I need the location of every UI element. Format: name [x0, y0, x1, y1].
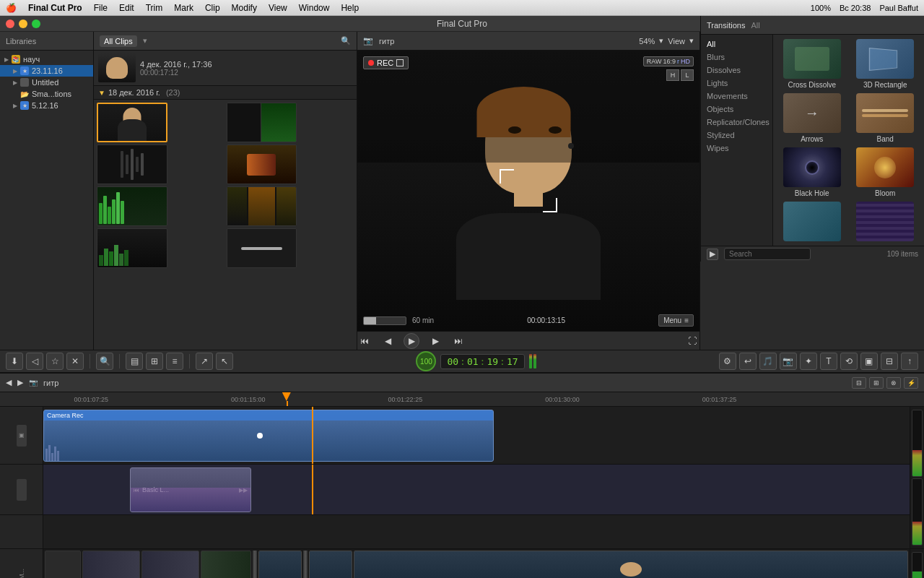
filmstrip-clip-7[interactable]: Sherlock. S03E01 (2013, HDTVRip 720p) (M…	[354, 551, 908, 578]
edit-menu[interactable]: Edit	[119, 3, 134, 13]
clip-thumb-5[interactable]	[97, 186, 167, 226]
tl-ctrl-2[interactable]: ⊞	[869, 377, 884, 389]
filmstrip-clip-6[interactable]: Sherlock, S...	[309, 551, 352, 578]
trans-item-arrows[interactable]: → Arrows	[777, 93, 847, 143]
trans-item-bloom[interactable]: Bloom	[851, 147, 920, 197]
effects-toolbar-button[interactable]: ✦	[800, 353, 817, 370]
go-to-end-button[interactable]: ⏭	[451, 334, 466, 348]
toolbar-right-1[interactable]: ⚙	[719, 353, 736, 370]
tl-ctrl-1[interactable]: ⊟	[852, 377, 866, 389]
search-toolbar-button[interactable]: 🔍	[96, 353, 113, 370]
clip-thumb-2[interactable]	[227, 103, 297, 142]
camera-toolbar-icon[interactable]: 📷	[780, 353, 797, 370]
filmstrip-clip-4[interactable]: второе	[201, 551, 251, 578]
clips-sort-icon[interactable]: ▾	[143, 36, 147, 46]
audio-clip-basic[interactable]: ⏮ Basic L... ▶▶	[130, 467, 251, 512]
toolbar-btn-3[interactable]: ☆	[46, 353, 64, 370]
tl-ctrl-4[interactable]: ⚡	[904, 377, 918, 389]
trim-button[interactable]: ↗	[196, 353, 213, 370]
trans-item-extra1[interactable]	[777, 202, 847, 243]
trans-cat-movements[interactable]: Movements	[701, 90, 772, 103]
trans-cat-blurs[interactable]: Blurs	[701, 51, 772, 64]
h-button[interactable]: H	[666, 69, 679, 81]
filmstrip-clip-5[interactable]: Sherlock...	[258, 551, 302, 578]
audio-button[interactable]: 🎵	[759, 353, 777, 370]
app-menu[interactable]: Final Cut Pro	[28, 3, 82, 13]
viewer-menu-button[interactable]: Menu ≡	[658, 314, 694, 327]
trim-menu[interactable]: Trim	[146, 3, 163, 13]
all-clips-tab[interactable]: All Clips	[100, 35, 137, 47]
filmstrip-clip-1[interactable]: A001C0...	[45, 551, 81, 578]
trans-cat-stylized[interactable]: Stylized	[701, 129, 772, 142]
maximize-button[interactable]	[32, 20, 40, 28]
minimize-button[interactable]	[19, 20, 27, 28]
browser-search-button[interactable]: 🔍	[341, 36, 351, 46]
help-menu[interactable]: Help	[341, 3, 359, 13]
toolbar-right-8[interactable]: ⊟	[881, 353, 898, 370]
trans-cat-wipes[interactable]: Wipes	[701, 142, 772, 155]
trans-item-blackhole[interactable]: Black Hole	[777, 147, 847, 197]
trans-cat-objects[interactable]: Objects	[701, 103, 772, 116]
rec-stop-icon	[396, 59, 404, 66]
import-button[interactable]: ⬇	[6, 353, 23, 370]
l-button[interactable]: L	[681, 69, 694, 81]
trans-cat-dissolves[interactable]: Dissolves	[701, 64, 772, 77]
toolbar-btn-4[interactable]: ✕	[66, 353, 84, 370]
text-button[interactable]: T	[820, 353, 837, 370]
mark-menu[interactable]: Mark	[174, 3, 193, 13]
view-menu[interactable]: View	[269, 3, 287, 13]
trans-item-extra2[interactable]	[851, 202, 920, 243]
filmstrip-meter-l	[912, 552, 923, 578]
undo-button[interactable]: ↩	[739, 353, 757, 370]
clip-view-button[interactable]: ⊞	[146, 353, 163, 370]
play-forward-button[interactable]: ▶	[428, 334, 443, 348]
trans-item-3drect[interactable]: 3D Rectangle	[851, 39, 920, 89]
clip-thumb-1[interactable]	[97, 103, 167, 142]
clip-list-button[interactable]: ≡	[166, 353, 183, 370]
trans-cat-all[interactable]: All	[701, 38, 772, 51]
lib-item-231116[interactable]: ▶ ★ 23.11.16	[0, 65, 93, 77]
video-clip-camera-rec[interactable]: Camera Rec	[43, 410, 494, 462]
transitions-toolbar-button[interactable]: ⟲	[840, 353, 858, 370]
close-button[interactable]	[6, 20, 14, 28]
date-group-triangle[interactable]: ▼	[98, 89, 105, 97]
share-button[interactable]: ↑	[901, 353, 918, 370]
clip-thumb-8[interactable]	[227, 228, 297, 268]
timeline-forward-button[interactable]: ▶	[17, 378, 23, 387]
trans-item-band[interactable]: Band	[851, 93, 920, 143]
file-menu[interactable]: File	[94, 3, 108, 13]
clip-thumb-4[interactable]	[227, 144, 297, 184]
fullscreen-button[interactable]: ⛶	[685, 334, 699, 348]
lib-item-untitled[interactable]: ▶ Untitled	[0, 77, 93, 88]
trans-item-cross-dissolve[interactable]: Cross Dissolve	[777, 39, 847, 89]
modify-menu[interactable]: Modify	[232, 3, 257, 13]
lib-item-51216[interactable]: ▶ ★ 5.12.16	[0, 100, 93, 111]
go-to-start-button[interactable]: ⏮	[357, 334, 372, 348]
clip-thumb-6[interactable]	[227, 186, 297, 226]
trans-cat-lights[interactable]: Lights	[701, 77, 772, 90]
transitions-search-input[interactable]	[724, 248, 811, 260]
lib-item-nauch[interactable]: ▶ 📚 науч	[0, 53, 93, 65]
toolbar-right-7[interactable]: ▣	[860, 353, 878, 370]
trans-preview-button[interactable]: ▶	[707, 249, 718, 260]
transitions-title: Transitions	[707, 21, 745, 30]
filmstrip-clip-3[interactable]: первый	[141, 551, 199, 578]
window-menu[interactable]: Window	[299, 3, 330, 13]
clock: Bc 20:38	[840, 4, 871, 12]
clip-thumb-3[interactable]	[97, 144, 167, 184]
play-backwards-button[interactable]: ◀	[380, 334, 395, 348]
clip-thumb-7[interactable]	[97, 228, 167, 268]
filmstrip-clip-2[interactable]: первый	[82, 551, 140, 578]
lib-item-smations[interactable]: 📂 Sma...tions	[0, 88, 93, 100]
apple-menu[interactable]: 🍎	[6, 3, 17, 13]
play-button[interactable]: ▶	[404, 333, 419, 349]
playback-progress[interactable]	[363, 316, 406, 325]
clip-menu[interactable]: Clip	[205, 3, 220, 13]
clip-appearance-button[interactable]: ▤	[126, 353, 143, 370]
toolbar-btn-2[interactable]: ◁	[26, 353, 43, 370]
viewer-zoom-control[interactable]: 54% ▾ View ▾	[639, 36, 694, 46]
select-button[interactable]: ↖	[216, 353, 233, 370]
timeline-back-button[interactable]: ◀	[6, 378, 12, 387]
trans-cat-replicator[interactable]: Replicator/Clones	[701, 116, 772, 129]
tl-snap-button[interactable]: ⊗	[886, 377, 901, 389]
